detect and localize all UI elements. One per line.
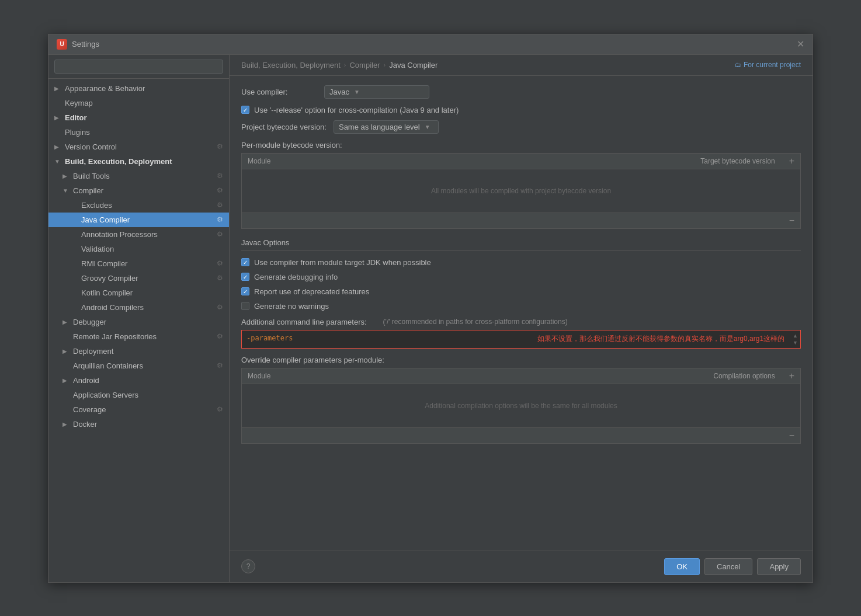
sidebar-item-label: Appearance & Behavior (65, 84, 145, 93)
footer-buttons: OK Cancel Apply (664, 558, 801, 575)
close-button[interactable]: ✕ (797, 40, 804, 49)
sidebar-item-label: RMI Compiler (81, 259, 127, 268)
sidebar-item-label: Keymap (65, 99, 93, 107)
settings-icon: ⚙ (217, 405, 223, 413)
ok-button[interactable]: OK (664, 558, 700, 575)
sidebar-item-docker[interactable]: ▶ Docker (48, 417, 229, 431)
bytecode-value: Same as language level (339, 123, 420, 131)
settings-icon: ⚙ (217, 186, 223, 194)
checkbox-2[interactable]: ✓ (241, 258, 249, 266)
bytecode-table-footer: − (242, 213, 800, 228)
settings-icon: ⚙ (217, 361, 223, 370)
sidebar-item-groovy-compiler[interactable]: Groovy Compiler ⚙ (48, 271, 229, 286)
arrow-icon: ▶ (63, 173, 70, 179)
bytecode-table-header: Module Target bytecode version + (242, 154, 800, 169)
sidebar-item-label: Remote Jar Repositories (73, 332, 157, 341)
sidebar-item-annotation-processors[interactable]: Annotation Processors ⚙ (48, 227, 229, 242)
breadcrumb-sep2: › (384, 61, 386, 68)
arrow-icon: ▼ (63, 187, 70, 194)
compiler-dropdown[interactable]: Javac ▼ (324, 85, 429, 99)
main-content: Build, Execution, Deployment › Compiler … (230, 55, 813, 582)
cmd-params-hint: ('/' recommended in paths for cross-plat… (383, 318, 568, 326)
project-icon: 🗂 (735, 61, 741, 68)
checkmark-icon: ✓ (243, 274, 248, 280)
checkbox-2-label: Use compiler from module target JDK when… (254, 258, 431, 267)
use-compiler-label: Use compiler: (241, 88, 317, 96)
sidebar-item-app-servers[interactable]: Application Servers (48, 388, 229, 402)
cmd-params-label: Additional command line parameters: (241, 318, 367, 326)
sidebar-nav: ▶ Appearance & Behavior Keymap ▶ Editor … (48, 79, 229, 582)
table1-col-version: Target bytecode version (700, 157, 775, 165)
checkbox-1-label: Use '--release' option for cross-compila… (254, 106, 459, 114)
checkbox-1[interactable]: ✓ (241, 106, 249, 114)
cmd-input[interactable] (244, 333, 529, 343)
sidebar-item-label: Android Compilers (81, 303, 144, 312)
override-table-header: Module Compilation options + (242, 368, 800, 384)
title-bar-left: U Settings (57, 39, 99, 50)
footer-bar: ? OK Cancel Apply (230, 551, 813, 582)
bytecode-table-body: All modules will be compiled with projec… (242, 169, 800, 213)
sidebar-item-label: Deployment (73, 347, 113, 356)
sidebar-item-label: Build, Execution, Deployment (65, 157, 172, 166)
help-button[interactable]: ? (241, 559, 255, 573)
override-table-footer: − (242, 427, 800, 443)
checkbox-4[interactable]: ✓ (241, 287, 249, 295)
sidebar-item-kotlin-compiler[interactable]: Kotlin Compiler (48, 286, 229, 300)
use-compiler-row: Use compiler: Javac ▼ (241, 85, 801, 99)
sidebar-item-java-compiler[interactable]: Java Compiler ⚙ (48, 213, 229, 227)
sidebar-item-label: Build Tools (73, 172, 110, 180)
apply-button[interactable]: Apply (757, 558, 801, 575)
sidebar-item-label: Java Compiler (81, 215, 130, 224)
bytecode-dropdown[interactable]: Same as language level ▼ (334, 120, 439, 134)
sidebar-item-keymap[interactable]: Keymap (48, 96, 229, 110)
sidebar-item-compiler[interactable]: ▼ Compiler ⚙ (48, 183, 229, 198)
settings-icon: ⚙ (217, 332, 223, 340)
per-module-label: Per-module bytecode version: (241, 141, 342, 149)
table2-minus-button[interactable]: − (789, 430, 794, 441)
checkbox-3[interactable]: ✓ (241, 273, 249, 281)
table2-add-button[interactable]: + (789, 371, 794, 381)
sidebar-item-plugins[interactable]: Plugins (48, 125, 229, 140)
sidebar-item-label: Compiler (73, 186, 103, 195)
cancel-button[interactable]: Cancel (704, 558, 752, 575)
sidebar-item-validation[interactable]: Validation (48, 242, 229, 256)
title-bar: U Settings ✕ (48, 34, 813, 55)
sidebar-item-label: Arquillian Containers (73, 361, 143, 370)
sidebar-item-remote-jar[interactable]: Remote Jar Repositories ⚙ (48, 329, 229, 344)
table1-add-button[interactable]: + (789, 156, 794, 166)
breadcrumb-action[interactable]: 🗂 For current project (735, 61, 801, 69)
dialog-title: Settings (72, 40, 99, 48)
content-area: ▶ Appearance & Behavior Keymap ▶ Editor … (48, 55, 813, 582)
sidebar-item-deployment[interactable]: ▶ Deployment (48, 344, 229, 359)
checkbox-5[interactable] (241, 302, 249, 310)
bytecode-row: Project bytecode version: Same as langua… (241, 120, 801, 134)
breadcrumb-sep1: › (344, 61, 346, 68)
sidebar-item-label: Android (73, 376, 99, 385)
table1-minus-button[interactable]: − (789, 215, 794, 226)
settings-icon: ⚙ (217, 172, 223, 180)
arrow-icon: ▶ (54, 85, 61, 92)
sidebar-item-version-control[interactable]: ▶ Version Control ⚙ (48, 140, 229, 154)
arrow-icon: ▶ (63, 319, 70, 325)
sidebar-item-build-tools[interactable]: ▶ Build Tools ⚙ (48, 169, 229, 183)
settings-dialog: U Settings ✕ ▶ Appearance & Behavior Key… (48, 34, 813, 583)
checkmark-icon: ✓ (243, 288, 248, 295)
sidebar-item-appearance[interactable]: ▶ Appearance & Behavior (48, 81, 229, 96)
sidebar-item-editor[interactable]: ▶ Editor (48, 110, 229, 125)
per-module-label-row: Per-module bytecode version: (241, 141, 801, 149)
cmd-params-label-row: Additional command line parameters: ('/'… (241, 318, 801, 326)
bytecode-label: Project bytecode version: (241, 123, 327, 131)
search-input[interactable] (54, 60, 223, 74)
arrow-icon: ▼ (54, 158, 61, 165)
sidebar-item-android-compilers[interactable]: Android Compilers ⚙ (48, 300, 229, 315)
sidebar-item-debugger[interactable]: ▶ Debugger (48, 315, 229, 329)
sidebar-item-excludes[interactable]: Excludes ⚙ (48, 198, 229, 213)
table2-col-options: Compilation options (713, 372, 775, 380)
sidebar-item-coverage[interactable]: Coverage ⚙ (48, 402, 229, 417)
sidebar-item-arquillian[interactable]: Arquillian Containers ⚙ (48, 359, 229, 373)
scroll-up-icon: ▲ (793, 333, 798, 339)
sidebar-item-build-execution[interactable]: ▼ Build, Execution, Deployment (48, 154, 229, 169)
sidebar-item-rmi-compiler[interactable]: RMI Compiler ⚙ (48, 256, 229, 271)
override-table-body: Additional compilation options will be t… (242, 384, 800, 427)
sidebar-item-android[interactable]: ▶ Android (48, 373, 229, 388)
